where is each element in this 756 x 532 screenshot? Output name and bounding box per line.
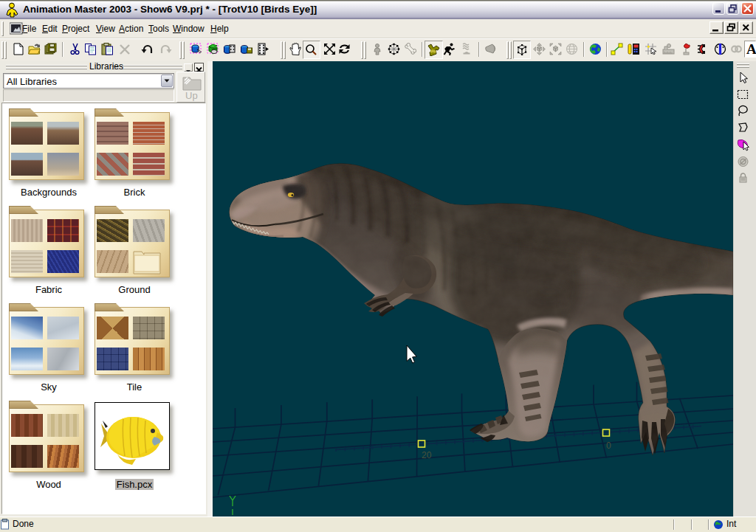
svg-text:0: 0	[606, 441, 611, 451]
svg-text:20: 20	[422, 450, 432, 460]
